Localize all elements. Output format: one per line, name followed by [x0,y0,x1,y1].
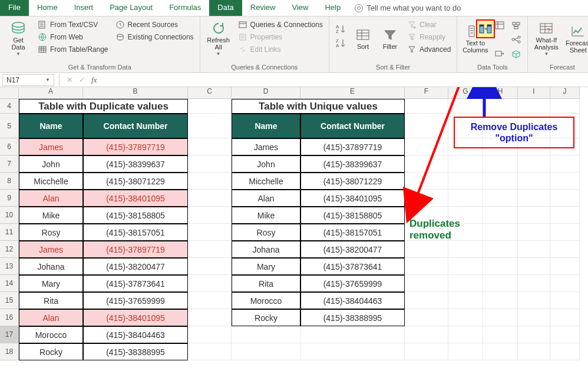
row-header[interactable]: 12 [0,241,19,258]
cell[interactable] [405,275,448,292]
cell[interactable] [483,292,518,309]
col-header-g[interactable]: G [448,87,483,99]
relationships-button[interactable] [508,33,524,46]
table2-title[interactable]: Table with Unique values [232,99,405,114]
row-header[interactable]: 15 [0,292,19,309]
table2-name[interactable]: Mary [232,258,300,275]
sort-button[interactable]: Sort [351,19,375,59]
col-header-c[interactable]: C [188,87,232,99]
cell[interactable] [405,190,448,207]
filter-button[interactable]: Filter [378,19,402,59]
cell[interactable] [483,343,518,360]
sort-asc-button[interactable]: AZ [333,22,348,35]
table2-name[interactable]: John [232,155,300,173]
row-header[interactable]: 10 [0,207,19,224]
cell[interactable] [232,343,300,360]
cell[interactable] [518,224,550,241]
cell[interactable] [405,326,448,343]
recent-sources-button[interactable]: Recent Sources [113,19,196,31]
cell[interactable] [518,258,550,275]
table1-contact[interactable]: (415)-38200477 [83,258,188,275]
cell[interactable] [483,275,518,292]
table2-name[interactable]: Morocco [232,292,300,309]
table1-contact[interactable]: (415)-38157051 [83,224,188,241]
cell[interactable] [405,309,448,326]
cell[interactable] [483,258,518,275]
enter-icon[interactable]: ✓ [79,75,85,85]
table2-head-contact[interactable]: Contact Number [300,114,405,138]
cell[interactable] [448,173,483,190]
table2-name[interactable]: Rocky [232,309,300,326]
row-header[interactable]: 18 [0,343,19,360]
cell[interactable] [550,224,580,241]
cell[interactable] [188,99,232,114]
tab-view[interactable]: View [283,0,316,16]
tab-page-layout[interactable]: Page Layout [101,0,161,16]
properties-button[interactable]: Properties [236,31,325,43]
cell[interactable] [518,241,550,258]
consolidate-button[interactable] [508,19,524,32]
what-if-button[interactable]: ? What-If Analysis ▼ [531,19,561,59]
table2-contact[interactable]: (415)-37659999 [300,275,405,292]
cell[interactable] [518,207,550,224]
cell[interactable] [448,292,483,309]
table1-name[interactable]: James [19,241,83,258]
cell[interactable] [483,207,518,224]
cell[interactable] [518,190,550,207]
cell[interactable] [483,155,518,173]
edit-links-button[interactable]: Edit Links [236,44,325,55]
table2-name[interactable]: Rosy [232,224,300,241]
table2-contact[interactable]: (415)-37897719 [300,138,405,155]
cell[interactable] [188,114,232,138]
table1-name[interactable]: Rosy [19,224,83,241]
table2-contact[interactable]: (415)-38157051 [300,224,405,241]
col-header-f[interactable]: F [405,87,448,99]
table2-contact[interactable]: (415)-38388995 [300,309,405,326]
cell[interactable] [550,258,580,275]
table1-contact[interactable]: (415)-37897719 [83,241,188,258]
table2-name[interactable]: Johana [232,241,300,258]
table2-head-name[interactable]: Name [232,114,300,138]
cell[interactable] [188,343,232,360]
table1-contact[interactable]: (415)-38158805 [83,207,188,224]
data-model-button[interactable] [508,47,524,60]
table1-contact[interactable]: (415)-38404463 [83,326,188,343]
cell[interactable] [188,292,232,309]
table1-contact[interactable]: (415)-38401095 [83,309,188,326]
row-header[interactable]: 16 [0,309,19,326]
tab-insert[interactable]: Insert [66,0,102,16]
cell[interactable] [405,343,448,360]
table2-contact[interactable]: (415)-37873641 [300,258,405,275]
cell[interactable] [405,99,448,114]
col-header-i[interactable]: I [518,87,550,99]
table1-name[interactable]: Mary [19,275,83,292]
cell[interactable] [448,275,483,292]
from-table-button[interactable]: From Table/Range [35,44,111,55]
cell[interactable] [188,309,232,326]
cell[interactable] [550,292,580,309]
cell[interactable] [550,309,580,326]
tab-home[interactable]: Home [29,0,66,16]
cell[interactable] [518,292,550,309]
cell[interactable] [405,241,448,258]
table2-name[interactable]: Mike [232,207,300,224]
cell[interactable] [483,173,518,190]
table1-contact[interactable]: (415)-37659999 [83,292,188,309]
cell[interactable] [550,99,580,114]
from-web-button[interactable]: From Web [35,31,111,43]
cell[interactable] [518,173,550,190]
cell[interactable] [550,326,580,343]
cell[interactable] [483,190,518,207]
cell[interactable] [405,258,448,275]
table2-contact[interactable]: (415)-38158805 [300,207,405,224]
cell[interactable] [483,224,518,241]
cell[interactable] [405,292,448,309]
table1-name[interactable]: Alan [19,309,83,326]
col-header-b[interactable]: B [83,87,188,99]
cell[interactable] [550,241,580,258]
cell[interactable] [483,326,518,343]
cell[interactable] [188,155,232,173]
table1-name[interactable]: Rocky [19,343,83,360]
cancel-icon[interactable]: ✕ [67,75,73,85]
table2-contact[interactable]: (415)-38200477 [300,241,405,258]
